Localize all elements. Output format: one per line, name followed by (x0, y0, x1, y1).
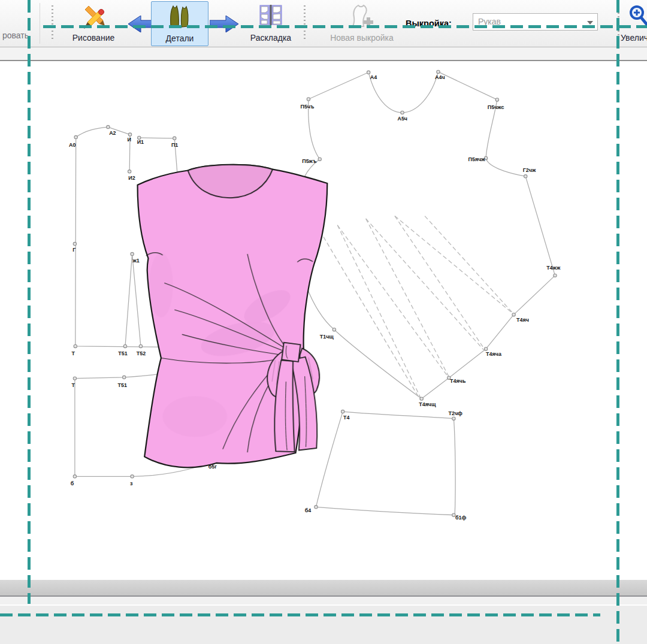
pattern-point-label: И2 (128, 175, 135, 181)
new-pattern-icon (349, 4, 375, 33)
magnifier-plus-icon (628, 4, 647, 31)
pattern-point-label: Т1чщ (320, 334, 334, 340)
pattern-point-label: А4ч (435, 74, 445, 80)
pattern-point[interactable] (452, 417, 455, 420)
details-mode-button[interactable]: Детали (151, 1, 208, 46)
pattern-point-label: Т51 (118, 350, 127, 356)
pattern-canvas[interactable]: А0А2ИИ1П1И2Гж1ТТ51Т52ТТ51бзб5гП5чъА4А5чА… (0, 61, 647, 580)
zoom-in-label: Увеличить (619, 33, 647, 45)
pattern-point[interactable] (401, 111, 404, 114)
pattern-point[interactable] (484, 347, 487, 350)
pattern-point-label: Г2чж (523, 167, 536, 173)
pattern-point-label: Т4жж (546, 265, 561, 271)
pattern-point-label: Т2чф (448, 410, 462, 416)
sleeve-dart-dashes (324, 216, 513, 400)
toolbar: ровать Рисование Детали (0, 0, 647, 47)
pattern-point-label: П5жъ (302, 158, 317, 164)
status-strip (0, 597, 647, 606)
pattern-point[interactable] (123, 344, 126, 347)
pattern-point[interactable] (315, 506, 318, 509)
layout-mode-button[interactable]: Раскладка (240, 2, 302, 45)
pattern-point-label: А4 (370, 74, 377, 80)
pattern-point[interactable] (437, 70, 440, 73)
pattern-point-label: з (130, 480, 133, 486)
pencil-cross-icon (81, 4, 106, 32)
bow-knot (282, 343, 300, 362)
pattern-point-label: П5чъ (301, 104, 315, 110)
pattern-point-label: П5чжс (488, 104, 504, 110)
pattern-piece-belt[interactable] (316, 412, 455, 515)
pattern-point-label: Т4яч (516, 317, 529, 323)
pattern-point-label: А5ч (397, 116, 407, 122)
pattern-point[interactable] (74, 344, 77, 347)
drawing-mode-button[interactable]: Рисование (56, 2, 131, 45)
drawing-mode-label: Рисование (72, 33, 115, 45)
zoom-in-button[interactable]: Увеличить (619, 2, 647, 45)
pattern-point-label: Г (72, 247, 75, 253)
pattern-point-label: И (128, 137, 131, 143)
pattern-point[interactable] (73, 242, 76, 245)
pattern-point[interactable] (332, 328, 335, 331)
pattern-point[interactable] (307, 98, 310, 101)
copy-button-partial[interactable]: ровать (0, 2, 40, 45)
pattern-point[interactable] (123, 376, 126, 379)
pattern-point-label: А0 (69, 142, 75, 148)
blouse-illustration (138, 165, 328, 467)
pattern-point-label: б (71, 480, 74, 486)
pattern-point[interactable] (495, 98, 498, 101)
pattern-point[interactable] (73, 475, 76, 478)
pattern-point-label: И1 (137, 139, 144, 145)
pattern-point-label: Т4ячь (450, 378, 466, 384)
pattern-drawing: А0А2ИИ1П1И2Гж1ТТ51Т52ТТ51бзб5гП5чъА4А5чА… (0, 61, 647, 580)
pattern-point[interactable] (73, 377, 76, 380)
toolbar-grip[interactable] (52, 5, 53, 41)
chevron-down-icon[interactable] (587, 21, 593, 25)
pattern-point-label: б1ф (455, 515, 466, 521)
pattern-point[interactable] (107, 125, 110, 128)
pattern-point-label: Т4 (343, 415, 349, 421)
horizontal-scrollbar[interactable] (0, 580, 647, 597)
layout-mode-label: Раскладка (250, 33, 291, 45)
new-pattern-button[interactable]: Новая выкройка (309, 2, 415, 45)
pattern-point[interactable] (318, 158, 321, 161)
details-mode-label: Детали (166, 34, 194, 46)
pattern-point-label: Т4яча (486, 351, 502, 357)
pattern-point[interactable] (420, 397, 423, 400)
pattern-point[interactable] (131, 252, 134, 255)
pattern-point[interactable] (554, 274, 557, 277)
pattern-point[interactable] (139, 344, 142, 347)
pattern-point[interactable] (512, 313, 515, 316)
fabric-layout-icon (259, 4, 282, 29)
pattern-point-label: б4 (305, 507, 312, 513)
pattern-point-label: Т (72, 382, 75, 388)
pattern-point-label: П5ячж (468, 156, 486, 162)
new-pattern-label: Новая выкройка (330, 33, 394, 45)
copy-button-label: ровать (0, 31, 29, 45)
pattern-point-label: ж1 (132, 258, 140, 264)
pattern-point[interactable] (131, 475, 134, 478)
status-bar (0, 606, 647, 644)
toolbar-separator (40, 3, 40, 44)
pattern-point[interactable] (341, 410, 344, 413)
pattern-point[interactable] (74, 135, 77, 138)
pattern-point-label: Т52 (137, 350, 146, 356)
toolbar-lower-strip (0, 47, 647, 61)
pattern-point[interactable] (128, 170, 131, 173)
garment-pieces-icon (167, 4, 193, 32)
pattern-piece-sleeve[interactable] (296, 72, 555, 400)
pattern-selector-combobox[interactable]: Рукав (473, 13, 598, 31)
pattern-point[interactable] (524, 175, 527, 178)
pattern-point[interactable] (128, 133, 131, 136)
pattern-point-label: Т (72, 350, 75, 356)
pattern-point-label: П1 (171, 142, 178, 148)
pattern-selector-label: Выкройка: (406, 19, 452, 28)
pattern-point-label: Т4ячщ (419, 401, 436, 407)
pattern-point-label: А2 (109, 130, 116, 136)
pattern-point-label: Т51 (117, 382, 126, 388)
next-arrow-icon[interactable] (210, 16, 238, 32)
pattern-selector-value: Рукав (473, 14, 597, 29)
toolbar-grip[interactable] (304, 5, 306, 41)
pattern-point[interactable] (173, 137, 176, 140)
